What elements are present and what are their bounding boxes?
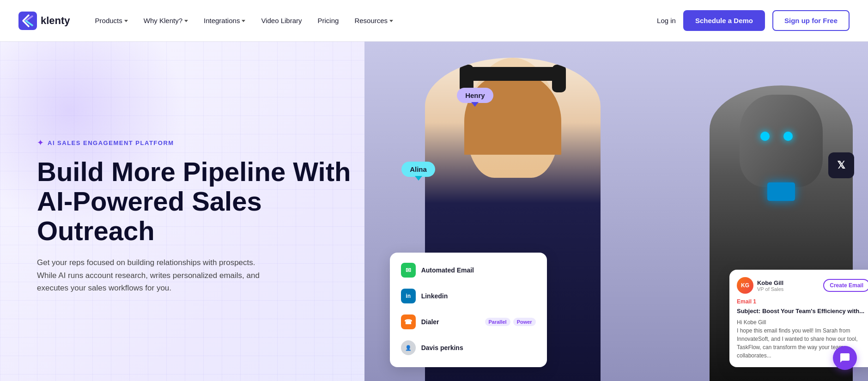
hero-section: ✦ AI Sales Engagement Platform Build Mor…: [0, 42, 868, 381]
email-card-user-info: KG Kobe Gill VP of Sales: [737, 277, 783, 294]
nav-item-products[interactable]: Products: [89, 13, 134, 28]
hero-visual: Henry Alina 𝕏 ✉ Automated Email in Linke…: [364, 42, 868, 381]
channels-card: ✉ Automated Email in Linkedin ☎ Dialer P…: [390, 253, 547, 367]
davis-avatar: 👤: [401, 340, 416, 355]
hero-title: Build More Pipeline With AI-Powered Sale…: [37, 157, 364, 245]
channel-linkedin-label: Linkedin: [421, 292, 536, 300]
sparkle-icon: ✦: [37, 138, 44, 148]
channel-row-linkedin[interactable]: in Linkedin: [395, 284, 541, 308]
chevron-down-icon: [124, 20, 128, 22]
chevron-down-icon: [184, 20, 188, 22]
schedule-demo-button[interactable]: Schedule a Demo: [683, 10, 765, 31]
email-channel-icon: ✉: [401, 263, 416, 278]
login-link[interactable]: Log in: [657, 17, 676, 24]
email-label: Email 1: [737, 298, 868, 305]
klenty-logo-icon: [18, 12, 37, 30]
hero-subtitle: Get your reps focused on building relati…: [37, 256, 268, 294]
user-details: Kobe Gill VP of Sales: [757, 279, 783, 292]
nav-item-resources[interactable]: Resources: [348, 13, 400, 28]
kobe-avatar: KG: [737, 277, 753, 294]
linkedin-channel-icon: in: [401, 289, 416, 303]
x-social-icon: 𝕏: [828, 152, 854, 178]
channel-row-davis[interactable]: 👤 Davis perkins: [395, 336, 541, 360]
nav-menu: Products Why Klenty? Integrations Video …: [89, 13, 657, 28]
nav-item-why-klenty[interactable]: Why Klenty?: [137, 13, 194, 28]
hero-content: ✦ AI Sales Engagement Platform Build Mor…: [0, 42, 364, 381]
channel-row-dialer[interactable]: ☎ Dialer Parallel Power: [395, 310, 541, 334]
hero-badge: ✦ AI Sales Engagement Platform: [37, 138, 364, 148]
email-subject: Subject: Boost Your Team's Efficiency wi…: [737, 308, 868, 314]
channel-dialer-label: Dialer: [421, 318, 480, 326]
brand-name: klenty: [41, 15, 70, 27]
dialer-tag-parallel: Parallel: [485, 318, 510, 326]
create-email-button[interactable]: Create Email: [823, 279, 868, 292]
chevron-down-icon: [389, 20, 393, 22]
chevron-down-icon: [242, 20, 245, 22]
dialer-tag-power: Power: [513, 318, 536, 326]
hero-badge-text: AI Sales Engagement Platform: [48, 139, 174, 146]
user-role: VP of Sales: [757, 286, 783, 292]
alina-bubble: Alina: [401, 162, 435, 177]
svg-rect-0: [18, 12, 37, 30]
chat-bubble-button[interactable]: [833, 346, 857, 370]
email-card-header: KG Kobe Gill VP of Sales Create Email: [737, 277, 868, 294]
henry-bubble: Henry: [457, 88, 493, 103]
channel-davis-label: Davis perkins: [421, 344, 536, 351]
dialer-tags: Parallel Power: [485, 318, 536, 326]
nav-actions: Log in Schedule a Demo Sign up for Free: [657, 10, 850, 31]
nav-item-integrations[interactable]: Integrations: [197, 13, 252, 28]
chat-icon: [839, 352, 850, 363]
navbar: klenty Products Why Klenty? Integrations…: [0, 0, 868, 42]
channel-row-email[interactable]: ✉ Automated Email: [395, 258, 541, 282]
nav-item-pricing[interactable]: Pricing: [311, 13, 346, 28]
user-name: Kobe Gill: [757, 279, 783, 286]
dialer-channel-icon: ☎: [401, 314, 416, 329]
signup-button[interactable]: Sign up for Free: [772, 10, 850, 31]
nav-item-video-library[interactable]: Video Library: [255, 13, 308, 28]
logo[interactable]: klenty: [18, 12, 70, 30]
channel-email-label: Automated Email: [421, 266, 536, 274]
